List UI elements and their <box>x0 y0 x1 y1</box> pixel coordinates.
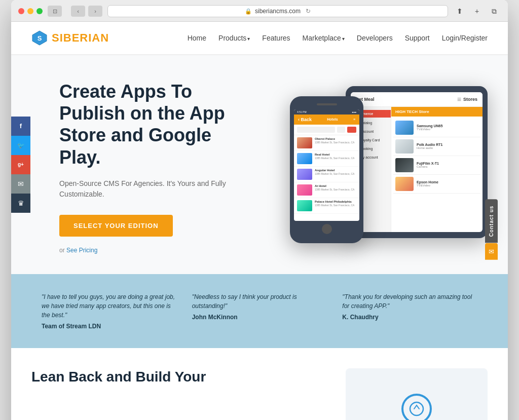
hotel-item-2[interactable]: Real Hotel 1385 Market St, San Francisco… <box>294 151 359 167</box>
testimonial-3-author: K. Chaudhry <box>342 314 378 321</box>
twitter-button[interactable]: 🐦 <box>11 136 30 155</box>
nav-link-support[interactable]: Support <box>405 34 430 42</box>
product-3-cat: Camera <box>417 165 478 168</box>
crown-button[interactable]: ♛ <box>11 194 30 213</box>
refresh-icon[interactable]: ↻ <box>306 8 311 15</box>
close-button[interactable] <box>18 8 24 14</box>
nav-link-features[interactable]: Features <box>262 34 290 42</box>
minimize-button[interactable] <box>27 8 33 14</box>
testimonial-2-author: John McKinnon <box>192 314 238 321</box>
hotel-1-info: Oberoi Palace 1385 Market St, San Franci… <box>315 137 356 144</box>
tablet-body: Commerce Catalog Discount <box>351 107 483 232</box>
phone-location-btn[interactable] <box>337 127 345 133</box>
tablet-product-1: Samsung UN65 TV&Video <box>393 119 480 137</box>
tabs-button[interactable]: ⧉ <box>488 6 501 17</box>
logo-text-ian: IAN <box>88 31 109 44</box>
hotel-5-image <box>297 200 312 211</box>
phone-screen: 4:51 PM ●●● ‹ Back Hotels ≡ <box>294 109 359 221</box>
hotel-2-name: Real Hotel <box>315 153 356 156</box>
email-button[interactable]: ✉ <box>11 174 30 194</box>
testimonial-3: "Thank you for developing such an amazin… <box>342 292 477 330</box>
nav-item-products[interactable]: Products▾ <box>218 33 250 43</box>
google-plus-icon: g+ <box>18 162 24 167</box>
logo-text-sib: SIBER <box>52 31 88 44</box>
hotel-4-info: At Hotel 1385 Market St, San Francisco, … <box>315 184 356 191</box>
hotel-3-info: Angular Hotel 1385 Market St, San Franci… <box>315 169 356 175</box>
nav-item-support[interactable]: Support <box>405 33 430 43</box>
product-3-name: FujiFilm X-T1 <box>417 162 478 165</box>
url-bar[interactable]: 🔒 siberiancms.com ↻ <box>107 5 448 17</box>
tablet-header-right: Stores <box>463 97 477 102</box>
site-content: S SIBERIAN Home Products▾ Features Marke… <box>11 22 508 420</box>
phone-hotel-list: Oberoi Palace 1385 Market St, San Franci… <box>294 135 359 221</box>
hotel-item-5[interactable]: Palace Hotel Philadelphia 1385 Market St… <box>294 198 359 214</box>
google-plus-button[interactable]: g+ <box>11 155 30 174</box>
share-button[interactable]: ⬆ <box>453 6 466 17</box>
testimonial-1-quote: "I have to tell you guys, you are doing … <box>42 292 177 320</box>
hotel-item-1[interactable]: Oberoi Palace 1385 Market St, San Franci… <box>294 135 359 151</box>
hotel-1-image <box>297 137 312 148</box>
social-sidebar: f 🐦 g+ ✉ ♛ <box>11 117 30 213</box>
hotel-4-name: At Hotel <box>315 184 356 187</box>
nav-item-home[interactable]: Home <box>188 33 206 43</box>
hotel-item-4[interactable]: At Hotel 1385 Market St, San Francisco, … <box>294 182 359 198</box>
traffic-lights <box>18 8 43 14</box>
hotel-3-name: Angular Hotel <box>315 169 356 172</box>
phone-home-button[interactable] <box>322 224 332 234</box>
hotel-5-info: Palace Hotel Philadelphia 1385 Market St… <box>315 200 356 207</box>
hotel-item-3[interactable]: Angular Hotel 1385 Market St, San Franci… <box>294 167 359 182</box>
see-pricing: or See Pricing <box>59 247 252 254</box>
facebook-button[interactable]: f <box>11 117 30 136</box>
cta-button[interactable]: SELECT YOUR EDITION <box>59 215 173 237</box>
testimonial-1-author: Team of Stream LDN <box>42 323 101 330</box>
contact-tab-label[interactable]: Contact us <box>485 200 498 243</box>
nav-links: Home Products▾ Features Marketplace▾ Dev… <box>188 33 488 43</box>
bottom-svg-icon <box>409 401 424 416</box>
contact-email-icon: ✉ <box>489 248 494 255</box>
back-button[interactable]: ‹ <box>71 6 85 17</box>
contact-tab-email-button[interactable]: ✉ <box>485 243 498 260</box>
product-1-info: Samsung UN65 TV&Video <box>417 124 478 131</box>
testimonial-1: "I have to tell you guys, you are doing … <box>42 292 177 330</box>
new-tab-button[interactable]: + <box>470 6 484 17</box>
bottom-title: Lean Back and Build Your <box>31 368 325 386</box>
hotel-2-info: Real Hotel 1385 Market St, San Francisco… <box>315 153 356 160</box>
testimonial-3-quote: "Thank you for developing such an amazin… <box>342 292 477 311</box>
nav-item-developers[interactable]: Developers <box>357 33 393 43</box>
nav-item-marketplace[interactable]: Marketplace▾ <box>303 33 345 43</box>
nav-link-home[interactable]: Home <box>188 34 206 42</box>
phone-menu-icon: ≡ <box>353 118 355 121</box>
browser-chrome: ⊡ ‹ › 🔒 siberiancms.com ↻ ⬆ + ⧉ <box>11 0 508 22</box>
logo[interactable]: S SIBERIAN <box>31 30 109 46</box>
product-4-cat: TV&Video <box>417 184 478 187</box>
phone-search-input[interactable] <box>297 127 335 133</box>
product-4-name: Epson Home <box>417 180 478 184</box>
nav-item-features[interactable]: Features <box>262 33 290 43</box>
phone-filter-button[interactable] <box>347 127 356 133</box>
phone-mockup: 4:51 PM ●●● ‹ Back Hotels ≡ <box>290 96 363 243</box>
forward-button[interactable]: › <box>88 6 102 17</box>
hotel-2-image <box>297 153 312 164</box>
hotel-4-image <box>297 184 312 196</box>
nav-link-products[interactable]: Products▾ <box>218 34 250 42</box>
nav-link-login[interactable]: Login/Register <box>442 34 488 42</box>
maximize-button[interactable] <box>36 8 43 14</box>
svg-text:S: S <box>38 34 42 42</box>
contact-tab: Contact us ✉ <box>485 200 498 260</box>
nav-link-marketplace[interactable]: Marketplace▾ <box>303 34 345 42</box>
nav-link-developers[interactable]: Developers <box>357 34 393 42</box>
hotel-5-addr: 1385 Market St, San Francisco, CA <box>315 204 356 207</box>
see-pricing-link[interactable]: See Pricing <box>66 247 97 254</box>
product-2-image <box>395 139 414 154</box>
tablet-product-list: Samsung UN65 TV&Video Polk Audio RT1 <box>391 117 483 196</box>
phone-speaker <box>317 103 337 105</box>
phone-back-icon: ‹ Back <box>298 117 312 122</box>
tablet-mockup: Set Meal ≡ Stores Commerce <box>346 86 488 238</box>
hero-title: Create Apps To Publish on the App Store … <box>59 81 252 168</box>
window-layout-button[interactable]: ⊡ <box>48 6 62 17</box>
phone-search-bar <box>294 125 359 135</box>
hero-devices: Set Meal ≡ Stores Commerce <box>275 81 488 253</box>
product-2-cat: Home audio <box>417 146 478 149</box>
hero-subtitle: Open-Source CMS For Agencies. It's Yours… <box>59 178 252 200</box>
nav-item-login[interactable]: Login/Register <box>442 33 488 43</box>
